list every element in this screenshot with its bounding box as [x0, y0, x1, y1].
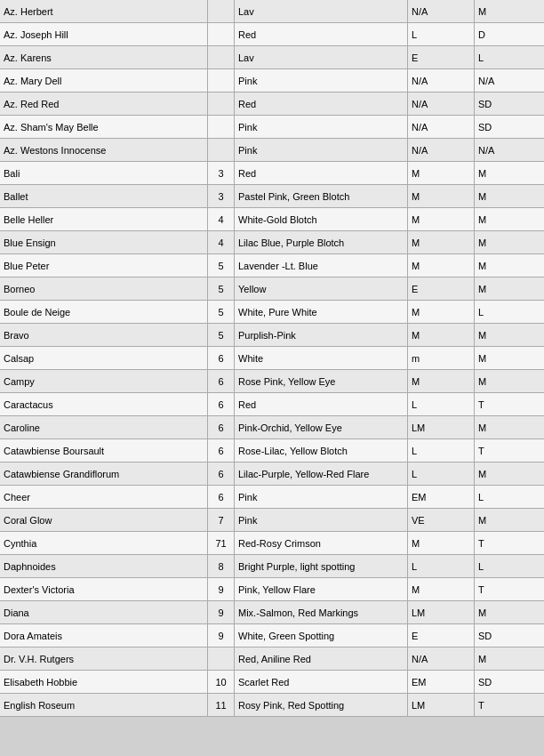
- cell-c3: m: [408, 347, 475, 369]
- cell-color: Pink: [235, 509, 408, 531]
- cell-c4: N/A: [475, 69, 544, 92]
- cell-c3: M: [408, 254, 475, 277]
- table-row: Az. Westons Innocense Pink N/A N/A: [0, 139, 544, 162]
- cell-name: Catawbiense Boursault: [0, 439, 208, 462]
- cell-color: Pink: [235, 486, 408, 508]
- table-row: Cheer 6 Pink EM L: [0, 486, 544, 509]
- cell-num: 3: [208, 162, 235, 184]
- cell-name: Borneo: [0, 277, 208, 300]
- cell-num: 6: [208, 486, 235, 508]
- cell-num: 4: [208, 208, 235, 230]
- table-row: Az. Mary Dell Pink N/A N/A: [0, 69, 544, 92]
- cell-c3: N/A: [408, 116, 475, 138]
- cell-color: Purplish-Pink: [235, 324, 408, 346]
- cell-c4: SD: [475, 92, 544, 115]
- cell-c4: L: [475, 46, 544, 68]
- cell-name: Cynthia: [0, 532, 208, 554]
- cell-c4: M: [475, 324, 544, 346]
- cell-c4: T: [475, 439, 544, 462]
- cell-c3: N/A: [408, 92, 475, 115]
- table-row: Campy 6 Rose Pink, Yellow Eye M M: [0, 370, 544, 393]
- cell-num: [208, 0, 235, 22]
- cell-name: Daphnoides: [0, 555, 208, 577]
- cell-c4: M: [475, 162, 544, 184]
- table-row: Coral Glow 7 Pink VE M: [0, 509, 544, 532]
- cell-num: 5: [208, 277, 235, 300]
- table-row: Catawbiense Grandiflorum 6 Lilac-Purple,…: [0, 462, 544, 486]
- cell-name: Cheer: [0, 486, 208, 508]
- cell-name: Dr. V.H. Rutgers: [0, 647, 208, 670]
- cell-c3: M: [408, 578, 475, 600]
- cell-c3: L: [408, 439, 475, 462]
- cell-name: Dexter's Victoria: [0, 578, 208, 600]
- cell-color: Pink, Yellow Flare: [235, 578, 408, 600]
- cell-c3: L: [408, 23, 475, 45]
- cell-num: [208, 139, 235, 161]
- cell-name: Campy: [0, 370, 208, 392]
- cell-num: 6: [208, 439, 235, 462]
- cell-color: Mix.-Salmon, Red Markings: [235, 601, 408, 623]
- cell-c4: L: [475, 486, 544, 508]
- cell-c3: VE: [408, 509, 475, 531]
- cell-num: 6: [208, 462, 235, 485]
- cell-c4: D: [475, 23, 544, 45]
- cell-name: English Roseum: [0, 694, 208, 716]
- cell-c3: N/A: [408, 139, 475, 161]
- cell-num: [208, 116, 235, 138]
- cell-color: Scarlet Red: [235, 671, 408, 693]
- cell-c4: M: [475, 208, 544, 230]
- cell-c3: LM: [408, 694, 475, 716]
- cell-name: Coral Glow: [0, 509, 208, 531]
- cell-c4: M: [475, 416, 544, 438]
- cell-color: Bright Purple, light spotting: [235, 555, 408, 577]
- cell-c3: M: [408, 532, 475, 554]
- cell-name: Belle Heller: [0, 208, 208, 230]
- cell-c4: T: [475, 393, 544, 415]
- cell-name: Boule de Neige: [0, 301, 208, 323]
- cell-name: Dora Amateis: [0, 624, 208, 647]
- cell-color: White, Pure White: [235, 301, 408, 323]
- cell-name: Az. Mary Dell: [0, 69, 208, 92]
- table-row: Blue Peter 5 Lavender -Lt. Blue M M: [0, 254, 544, 277]
- table-row: Diana 9 Mix.-Salmon, Red Markings LM M: [0, 601, 544, 624]
- cell-c4: SD: [475, 624, 544, 647]
- cell-num: 5: [208, 324, 235, 346]
- cell-color: Lav: [235, 46, 408, 68]
- cell-color: Red: [235, 162, 408, 184]
- cell-name: Az. Karens: [0, 46, 208, 68]
- cell-c4: L: [475, 301, 544, 323]
- cell-color: Lilac-Purple, Yellow-Red Flare: [235, 462, 408, 485]
- cell-c3: M: [408, 231, 475, 253]
- cell-color: Yellow: [235, 277, 408, 300]
- cell-color: Pink: [235, 116, 408, 138]
- cell-num: 11: [208, 694, 235, 716]
- table-row: Bravo 5 Purplish-Pink M M: [0, 324, 544, 347]
- cell-name: Bali: [0, 162, 208, 184]
- cell-c4: N/A: [475, 139, 544, 161]
- cell-name: Az. Joseph Hill: [0, 23, 208, 45]
- cell-color: Pink: [235, 69, 408, 92]
- cell-color: Rosy Pink, Red Spotting: [235, 694, 408, 716]
- cell-name: Bravo: [0, 324, 208, 346]
- cell-name: Caroline: [0, 416, 208, 438]
- cell-num: 6: [208, 416, 235, 438]
- cell-color: Pastel Pink, Green Blotch: [235, 185, 408, 207]
- cell-c4: M: [475, 0, 544, 22]
- cell-color: Red: [235, 23, 408, 45]
- cell-c3: M: [408, 301, 475, 323]
- table-row: Dexter's Victoria 9 Pink, Yellow Flare M…: [0, 578, 544, 601]
- cell-c3: LM: [408, 416, 475, 438]
- cell-color: Lav: [235, 0, 408, 22]
- table-row: Az. Karens Lav E L: [0, 46, 544, 69]
- table-row: Ballet 3 Pastel Pink, Green Blotch M M: [0, 185, 544, 208]
- cell-color: Red: [235, 393, 408, 415]
- cell-c4: M: [475, 462, 544, 485]
- cell-c3: LM: [408, 601, 475, 623]
- cell-c3: L: [408, 462, 475, 485]
- cell-name: Az. Herbert: [0, 0, 208, 22]
- cell-color: Lilac Blue, Purple Blotch: [235, 231, 408, 253]
- cell-name: Ballet: [0, 185, 208, 207]
- cell-color: White: [235, 347, 408, 369]
- cell-c4: SD: [475, 116, 544, 138]
- cell-color: Rose Pink, Yellow Eye: [235, 370, 408, 392]
